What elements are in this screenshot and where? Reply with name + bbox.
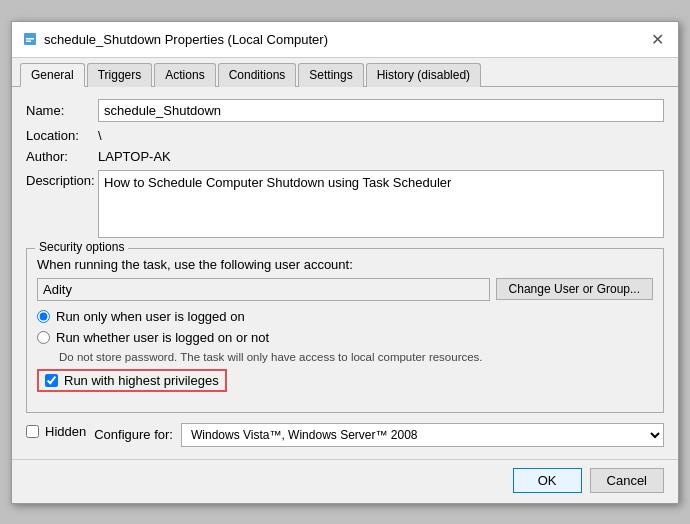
user-account-input[interactable]	[37, 278, 490, 301]
security-section: Security options When running the task, …	[26, 248, 664, 413]
radio-loggedon-row: Run only when user is logged on	[37, 309, 653, 324]
configure-label: Configure for:	[94, 427, 173, 442]
radio-loggedon-label: Run only when user is logged on	[56, 309, 245, 324]
highest-privileges-row: Run with highest privileges	[37, 369, 227, 392]
close-button[interactable]: ✕	[647, 30, 668, 49]
description-row: Description: How to Schedule Computer Sh…	[26, 170, 664, 238]
highest-privileges-container: Run with highest privileges	[37, 369, 653, 398]
hidden-checkbox[interactable]	[26, 425, 39, 438]
footer: OK Cancel	[12, 459, 678, 503]
svg-rect-1	[26, 38, 34, 40]
window-icon	[22, 31, 38, 47]
no-store-password-note: Do not store password. The task will onl…	[59, 351, 653, 363]
cancel-button[interactable]: Cancel	[590, 468, 664, 493]
radio-whether-row: Run whether user is logged on or not	[37, 330, 653, 345]
security-section-label: Security options	[35, 240, 128, 254]
radio-loggedon[interactable]	[37, 310, 50, 323]
tab-triggers[interactable]: Triggers	[87, 63, 153, 87]
tab-actions[interactable]: Actions	[154, 63, 215, 87]
name-label: Name:	[26, 103, 98, 118]
hidden-row: Hidden	[26, 424, 86, 439]
radio-whether-label: Run whether user is logged on or not	[56, 330, 269, 345]
hidden-label: Hidden	[45, 424, 86, 439]
description-label: Description:	[26, 170, 98, 188]
highest-privileges-checkbox[interactable]	[45, 374, 58, 387]
general-tab-content: Name: Location: \ Author: LAPTOP-AK Desc…	[12, 87, 678, 459]
properties-window: schedule_Shutdown Properties (Local Comp…	[11, 21, 679, 504]
account-prompt: When running the task, use the following…	[37, 257, 653, 272]
author-label: Author:	[26, 149, 98, 164]
tab-conditions[interactable]: Conditions	[218, 63, 297, 87]
bottom-row: Hidden Configure for: Windows Vista™, Wi…	[26, 423, 664, 447]
location-row: Location: \	[26, 128, 664, 143]
tab-settings[interactable]: Settings	[298, 63, 363, 87]
name-input[interactable]	[98, 99, 664, 122]
svg-rect-2	[26, 41, 31, 43]
name-row: Name:	[26, 99, 664, 122]
location-label: Location:	[26, 128, 98, 143]
tab-history[interactable]: History (disabled)	[366, 63, 481, 87]
radio-whether[interactable]	[37, 331, 50, 344]
tab-bar: General Triggers Actions Conditions Sett…	[12, 58, 678, 87]
author-row: Author: LAPTOP-AK	[26, 149, 664, 164]
title-bar: schedule_Shutdown Properties (Local Comp…	[12, 22, 678, 58]
description-input[interactable]: How to Schedule Computer Shutdown using …	[98, 170, 664, 238]
location-value: \	[98, 128, 664, 143]
ok-button[interactable]: OK	[513, 468, 582, 493]
tab-general[interactable]: General	[20, 63, 85, 87]
user-account-row: Change User or Group...	[37, 278, 653, 301]
author-value: LAPTOP-AK	[98, 149, 664, 164]
configure-select[interactable]: Windows Vista™, Windows Server™ 2008	[181, 423, 664, 447]
window-title: schedule_Shutdown Properties (Local Comp…	[44, 32, 328, 47]
change-user-button[interactable]: Change User or Group...	[496, 278, 653, 300]
highest-privileges-label: Run with highest privileges	[64, 373, 219, 388]
